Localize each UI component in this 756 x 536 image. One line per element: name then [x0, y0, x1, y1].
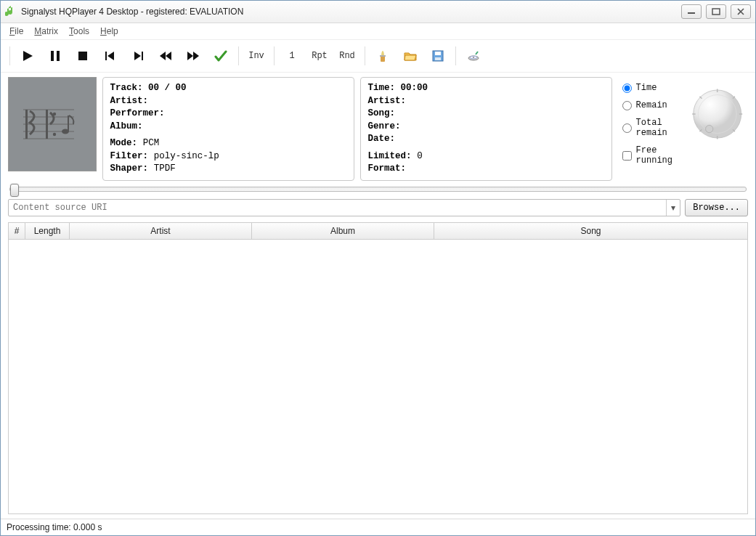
col-num[interactable]: # — [9, 223, 25, 239]
toolbar-separator — [238, 46, 239, 65]
clear-button[interactable] — [370, 45, 396, 67]
album-label: Album: — [110, 121, 143, 131]
mode-value: PCM — [143, 138, 160, 148]
random-button[interactable]: Rnd — [334, 45, 360, 67]
svg-rect-10 — [435, 52, 441, 55]
toolbar-separator — [455, 46, 456, 65]
close-button[interactable] — [731, 4, 751, 19]
maximize-button[interactable] — [706, 4, 726, 19]
playlist-table: # Length Artist Album Song — [8, 222, 748, 515]
toolbar-separator — [9, 46, 10, 65]
window-title: Signalyst HQPlayer 4 Desktop - registere… — [21, 7, 681, 17]
svg-rect-1 — [712, 9, 720, 15]
status-text: Processing time: 0.000 s — [7, 522, 102, 532]
checkbox-free-running[interactable]: Free running — [622, 145, 685, 166]
table-header: # Length Artist Album Song — [9, 223, 747, 240]
uri-dropdown-button[interactable]: ▾ — [666, 200, 680, 216]
time-info-panel: Time: 00:00 Artist: Song: Genre: Date: L… — [360, 77, 612, 181]
free-running-input[interactable] — [622, 151, 632, 161]
mode-label: Mode: — [110, 138, 138, 148]
toolbar-separator — [274, 46, 275, 65]
time-mode-group: Time Remain Total remain Free running — [622, 81, 685, 166]
browse-button[interactable]: Browse... — [685, 199, 748, 216]
svg-rect-3 — [57, 51, 60, 61]
filter-value: poly-sinc-lp — [154, 151, 219, 161]
uri-input[interactable] — [9, 203, 666, 213]
artist-label: Artist: — [110, 96, 149, 106]
one-button[interactable]: 1 — [279, 45, 305, 67]
play-button[interactable] — [15, 45, 41, 67]
cd-transport-button[interactable] — [460, 45, 487, 67]
svg-rect-20 — [25, 110, 28, 139]
save-button[interactable] — [425, 45, 451, 67]
shaper-value: TPDF — [154, 163, 176, 174]
check-button[interactable] — [208, 45, 234, 67]
col-song[interactable]: Song — [434, 223, 747, 239]
radio-total-remain-input[interactable] — [622, 123, 632, 133]
repeat-button[interactable]: Rpt — [306, 45, 333, 67]
table-body[interactable] — [9, 240, 747, 514]
track-header: Track: 00 / 00 — [110, 83, 187, 93]
window-buttons — [681, 4, 751, 19]
menu-matrix[interactable]: Matrix — [30, 25, 62, 38]
menu-file[interactable]: File — [5, 25, 28, 38]
right-panel: Time Remain Total remain Free running — [618, 77, 748, 181]
svg-rect-6 — [142, 52, 143, 60]
limited-value: 0 — [417, 151, 423, 161]
svg-point-28 — [705, 125, 712, 132]
svg-rect-4 — [78, 52, 87, 60]
genre-label: Genre: — [368, 121, 401, 131]
seek-slider[interactable] — [9, 187, 747, 192]
svg-rect-21 — [46, 110, 48, 139]
svg-rect-8 — [380, 55, 386, 57]
date-label: Date: — [368, 134, 396, 144]
svg-rect-2 — [51, 51, 54, 61]
song-label: Song: — [368, 108, 396, 118]
svg-rect-11 — [435, 57, 441, 60]
volume-knob[interactable] — [691, 81, 744, 147]
track-info-panel: Track: 00 / 00 Artist: Performer: Album:… — [102, 77, 354, 181]
toolbar-separator — [365, 46, 365, 65]
svg-rect-25 — [68, 115, 69, 131]
app-icon — [5, 6, 17, 17]
invert-button[interactable]: Inv — [243, 45, 269, 67]
uri-combobox[interactable]: ▾ — [8, 199, 680, 216]
open-folder-button[interactable] — [397, 45, 423, 67]
next-track-button[interactable] — [125, 45, 151, 67]
performer-label: Performer: — [110, 108, 165, 118]
col-length[interactable]: Length — [25, 223, 70, 239]
menubar: File Matrix Tools Help — [1, 23, 755, 40]
menu-tools[interactable]: Tools — [65, 25, 94, 38]
album-art — [8, 77, 97, 171]
minimize-button[interactable] — [681, 4, 702, 19]
limited-label: Limited: — [368, 151, 412, 161]
col-artist[interactable]: Artist — [70, 223, 252, 239]
clef-icon — [20, 102, 85, 146]
svg-rect-7 — [381, 56, 385, 62]
col-album[interactable]: Album — [252, 223, 434, 239]
fast-forward-button[interactable] — [180, 45, 206, 67]
radio-time-input[interactable] — [622, 84, 632, 93]
seek-slider-row — [1, 185, 755, 196]
radio-remain[interactable]: Remain — [622, 100, 685, 110]
prev-track-button[interactable] — [97, 45, 123, 67]
seek-thumb[interactable] — [10, 184, 19, 197]
toolbar: Inv 1 Rpt Rnd — [1, 40, 755, 73]
shaper-label: Shaper: — [110, 163, 149, 174]
menu-help[interactable]: Help — [96, 25, 123, 38]
pause-button[interactable] — [42, 45, 68, 67]
svg-rect-0 — [688, 12, 695, 14]
svg-point-23 — [53, 133, 56, 136]
svg-point-14 — [473, 57, 474, 58]
time-header: Time: 00:00 — [368, 83, 428, 93]
radio-time[interactable]: Time — [622, 83, 685, 93]
stop-button[interactable] — [70, 45, 96, 67]
radio-total-remain[interactable]: Total remain — [622, 118, 685, 138]
filter-label: Filter: — [110, 151, 149, 161]
format-label: Format: — [368, 163, 407, 174]
radio-remain-input[interactable] — [622, 101, 632, 110]
status-bar: Processing time: 0.000 s — [1, 519, 755, 535]
titlebar: Signalyst HQPlayer 4 Desktop - registere… — [1, 1, 755, 23]
time-artist-label: Artist: — [368, 96, 407, 106]
rewind-button[interactable] — [153, 45, 179, 67]
